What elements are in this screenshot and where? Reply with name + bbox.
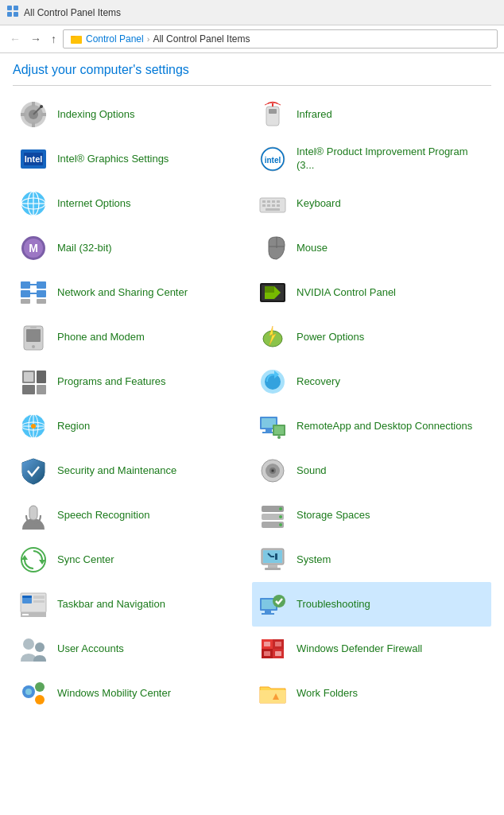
taskbar-label: Taskbar and Navigation xyxy=(57,598,165,611)
svg-rect-3 xyxy=(14,12,18,17)
list-item[interactable]: Keyboard xyxy=(252,181,491,226)
list-item[interactable]: Power Options xyxy=(252,315,491,359)
svg-rect-9 xyxy=(32,102,35,107)
storage-icon xyxy=(257,499,289,531)
troubleshooting-label: Troubleshooting xyxy=(297,598,370,611)
list-item[interactable]: Windows Defender Firewall xyxy=(252,627,491,671)
svg-rect-16 xyxy=(269,109,277,114)
list-item[interactable]: Storage Spaces xyxy=(252,493,491,538)
svg-point-82 xyxy=(277,436,281,439)
svg-rect-48 xyxy=(37,290,46,297)
svg-rect-0 xyxy=(7,6,12,10)
list-item[interactable]: Indexing Options xyxy=(13,92,252,137)
list-item[interactable]: Internet Options xyxy=(13,181,252,226)
list-item[interactable]: Intel Intel® Graphics Settings xyxy=(13,137,252,181)
svg-text:M: M xyxy=(29,242,38,254)
intel-graphics-label: Intel® Graphics Settings xyxy=(57,153,169,166)
svg-point-130 xyxy=(25,689,32,695)
list-item[interactable]: Region xyxy=(13,404,252,448)
list-item[interactable]: Work Folders xyxy=(252,671,491,716)
main-content: Adjust your computer's settings Indexing… xyxy=(0,53,504,725)
troubleshooting-icon xyxy=(257,588,289,620)
svg-rect-1 xyxy=(14,6,18,10)
user-label: User Accounts xyxy=(57,642,124,656)
svg-point-129 xyxy=(35,695,45,704)
list-item[interactable]: M Mail (32-bit) xyxy=(13,226,252,270)
svg-rect-31 xyxy=(267,200,270,203)
system-label: System xyxy=(297,553,331,567)
divider xyxy=(13,85,491,86)
svg-point-128 xyxy=(35,682,45,692)
svg-rect-46 xyxy=(21,299,30,304)
user-icon xyxy=(17,633,49,665)
list-item[interactable]: NVIDIA Control Panel xyxy=(252,270,491,315)
power-icon xyxy=(257,321,289,353)
svg-point-87 xyxy=(272,470,273,472)
internet-options-icon xyxy=(17,188,49,219)
list-item[interactable]: Mouse xyxy=(252,226,491,270)
remoteapp-label: RemoteApp and Desktop Connections xyxy=(297,420,472,433)
back-button[interactable]: ← xyxy=(6,31,24,47)
svg-rect-124 xyxy=(275,642,281,646)
list-item[interactable]: Speech Recognition xyxy=(13,493,252,538)
svg-rect-123 xyxy=(264,642,270,646)
mouse-icon xyxy=(257,232,289,264)
list-item[interactable]: Network and Sharing Center xyxy=(13,270,252,315)
svg-rect-66 xyxy=(37,385,46,394)
firewall-label: Windows Defender Firewall xyxy=(297,642,422,656)
svg-rect-102 xyxy=(265,568,281,570)
network-icon xyxy=(17,277,49,309)
firewall-icon xyxy=(257,633,289,665)
svg-rect-125 xyxy=(264,651,270,656)
svg-rect-101 xyxy=(268,565,277,568)
list-item[interactable]: Programs and Features xyxy=(13,359,252,404)
list-item[interactable]: Security and Maintenance xyxy=(13,448,252,493)
list-item[interactable]: System xyxy=(252,538,491,582)
svg-rect-89 xyxy=(29,506,37,520)
speech-label: Speech Recognition xyxy=(57,509,149,522)
mobility-icon xyxy=(17,677,49,709)
svg-rect-114 xyxy=(262,613,274,615)
list-item[interactable]: Troubleshooting xyxy=(252,582,491,627)
svg-rect-47 xyxy=(37,281,46,289)
breadcrumb: Control Panel › All Control Panel Items xyxy=(63,29,498,49)
list-item[interactable]: Infrared xyxy=(252,92,491,137)
list-item[interactable]: Phone and Modem xyxy=(13,315,252,359)
svg-rect-81 xyxy=(274,426,284,434)
infrared-label: Infrared xyxy=(297,108,332,122)
power-label: Power Options xyxy=(297,331,364,344)
mail-label: Mail (32-bit) xyxy=(57,242,112,255)
list-item[interactable]: Taskbar and Navigation xyxy=(13,582,252,627)
svg-rect-59 xyxy=(30,327,37,328)
keyboard-label: Keyboard xyxy=(297,197,341,211)
svg-point-116 xyxy=(23,638,34,650)
list-item[interactable]: RemoteApp and Desktop Connections xyxy=(252,404,491,448)
list-item[interactable]: User Accounts xyxy=(13,627,252,671)
list-item[interactable]: Sync Center xyxy=(13,538,252,582)
svg-text:Intel: Intel xyxy=(25,154,43,164)
forward-button[interactable]: → xyxy=(27,31,45,47)
sound-icon xyxy=(257,455,289,487)
svg-point-96 xyxy=(279,515,282,518)
items-grid: Indexing Options Infrared I xyxy=(13,92,491,716)
svg-rect-45 xyxy=(21,290,30,297)
infrared-icon xyxy=(257,99,289,130)
nvidia-label: NVIDIA Control Panel xyxy=(297,286,396,300)
recovery-label: Recovery xyxy=(297,375,340,389)
list-item[interactable]: Windows Mobility Center xyxy=(13,671,252,716)
list-item[interactable]: Sound xyxy=(252,448,491,493)
indexing-options-label: Indexing Options xyxy=(57,108,135,122)
breadcrumb-control-panel[interactable]: Control Panel xyxy=(86,33,144,45)
svg-point-97 xyxy=(279,523,282,526)
list-item[interactable]: intel Intel® Product Improvement Program… xyxy=(252,137,491,181)
up-button[interactable]: ↑ xyxy=(48,31,60,47)
svg-point-117 xyxy=(35,642,45,652)
region-icon xyxy=(17,410,49,442)
list-item[interactable]: Recovery xyxy=(252,359,491,404)
mail-icon: M xyxy=(17,232,49,264)
svg-rect-32 xyxy=(272,200,275,203)
svg-rect-38 xyxy=(266,208,280,211)
address-bar: ← → ↑ Control Panel › All Control Panel … xyxy=(0,25,504,53)
svg-rect-30 xyxy=(262,200,266,203)
svg-rect-78 xyxy=(266,429,272,432)
